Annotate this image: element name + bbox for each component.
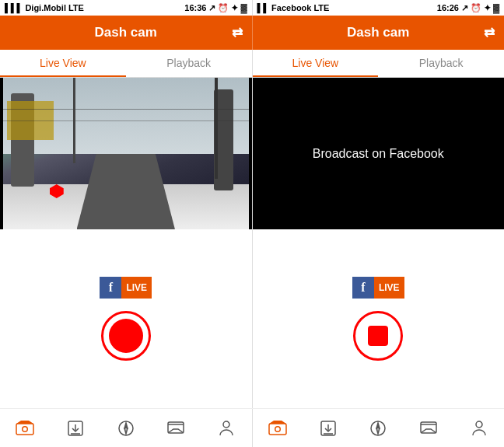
power-line-2	[3, 120, 249, 121]
signal-bars-left: ▌▌▌	[5, 3, 23, 12]
stop-square	[368, 326, 388, 346]
time-right: 16:26	[437, 3, 459, 12]
message-icon-right	[419, 419, 438, 438]
panel-right: Broadcast on Facebook f LIVE	[253, 78, 505, 408]
nav-item-message-right[interactable]	[404, 409, 454, 447]
bluetooth-icon-left: ✦	[231, 3, 238, 13]
broadcast-text: Broadcast on Facebook	[313, 147, 444, 161]
nav-item-compass-right[interactable]	[353, 409, 404, 447]
gps-icon-right: ↗	[461, 3, 468, 13]
carrier-right: Facebook	[271, 3, 311, 12]
network-right: LTE	[313, 3, 329, 12]
tab-playback-right[interactable]: Playback	[378, 50, 504, 77]
bottom-nav-left	[0, 409, 252, 447]
tab-section-left: Live View Playback	[0, 50, 252, 77]
svg-point-25	[476, 421, 482, 428]
controls-left: f LIVE	[0, 229, 252, 408]
download-icon-left	[66, 419, 85, 438]
controls-right: f LIVE	[253, 229, 505, 408]
tab-live-view-right[interactable]: Live View	[253, 50, 379, 77]
svg-point-12	[223, 421, 229, 428]
camera-icon-left	[16, 419, 34, 438]
camera-feed	[3, 78, 249, 229]
facebook-icon-left: f	[100, 277, 121, 299]
transfer-icon-right[interactable]: ⇄	[484, 25, 495, 41]
tab-section-right: Live View Playback	[253, 50, 505, 77]
nav-item-person-left[interactable]	[201, 409, 252, 447]
nav-item-person-right[interactable]	[453, 409, 504, 447]
broadcast-view: Broadcast on Facebook	[253, 78, 505, 229]
title-bar-right: Dash cam ⇄	[253, 16, 505, 50]
network-left: LTE	[68, 3, 84, 12]
battery-left: ▓	[240, 3, 247, 12]
battery-right: ▓	[493, 3, 499, 12]
person-icon-left	[217, 419, 236, 438]
pole-left	[73, 78, 75, 163]
fb-live-badge-left: f LIVE	[100, 277, 152, 299]
tab-live-view-left[interactable]: Live View	[0, 50, 126, 77]
nav-item-download-left[interactable]	[51, 409, 101, 447]
nav-item-camera-right[interactable]	[253, 409, 303, 447]
transfer-icon-left[interactable]: ⇄	[232, 25, 243, 41]
svg-marker-22	[376, 428, 380, 434]
svg-point-16	[275, 427, 279, 431]
record-dot	[109, 319, 143, 353]
message-icon-left	[166, 419, 185, 438]
alarm-icon-left: ⏰	[218, 3, 229, 13]
power-line-1	[3, 109, 249, 110]
bottom-nav-right	[253, 409, 505, 447]
bluetooth-icon-right: ✦	[484, 3, 491, 13]
compass-icon-right	[369, 419, 387, 438]
time-left: 16:36	[184, 3, 206, 12]
pole-right	[215, 78, 218, 179]
facebook-icon-right: f	[352, 277, 374, 299]
download-icon-right	[319, 419, 338, 438]
camera-view	[0, 78, 252, 229]
nav-item-camera-left[interactable]	[0, 409, 51, 447]
svg-marker-14	[269, 421, 286, 424]
title-bar: Dash cam ⇄ Dash cam ⇄	[0, 16, 504, 50]
app-title-right: Dash cam	[347, 25, 409, 40]
app-title-left: Dash cam	[95, 25, 157, 40]
tab-bar: Live View Playback Live View Playback	[0, 50, 504, 78]
carrier-left: Digi.Mobil	[25, 3, 66, 12]
panel-left: f LIVE	[0, 78, 252, 408]
stop-button-right[interactable]	[353, 311, 403, 361]
nav-item-message-left[interactable]	[151, 409, 201, 447]
record-button-left[interactable]	[101, 311, 151, 361]
person-icon-right	[470, 419, 488, 438]
svg-marker-1	[16, 421, 33, 424]
main-content: f LIVE Broadcast on Facebook f	[0, 78, 504, 408]
signal-bars-right: ▌▌	[257, 3, 270, 12]
status-bar-right: ▌▌ Facebook LTE 16:26 ↗ ⏰ ✦ ▓	[253, 0, 505, 16]
nav-item-compass-left[interactable]	[100, 409, 151, 447]
road-surface	[77, 154, 175, 230]
alarm-icon-right: ⏰	[471, 3, 481, 13]
live-label-right: LIVE	[374, 277, 404, 299]
svg-marker-9	[124, 428, 128, 434]
tab-playback-left[interactable]: Playback	[126, 50, 252, 77]
fb-live-badge-right: f LIVE	[352, 277, 404, 299]
bottom-nav	[0, 408, 504, 447]
status-bar: ▌▌▌ Digi.Mobil LTE 16:36 ↗ ⏰ ✦ ▓ ▌▌ Face…	[0, 0, 504, 16]
gps-icon-left: ↗	[208, 3, 215, 13]
live-label-left: LIVE	[121, 277, 152, 299]
status-bar-left: ▌▌▌ Digi.Mobil LTE 16:36 ↗ ⏰ ✦ ▓	[0, 0, 252, 16]
camera-icon-right	[268, 419, 287, 438]
svg-point-3	[23, 427, 27, 431]
compass-icon-left	[117, 419, 135, 438]
nav-item-download-right[interactable]	[303, 409, 353, 447]
title-bar-left: Dash cam ⇄	[0, 16, 252, 50]
